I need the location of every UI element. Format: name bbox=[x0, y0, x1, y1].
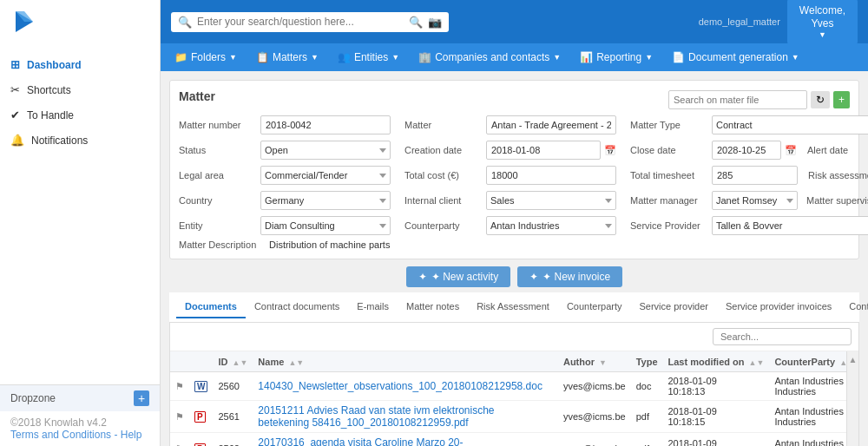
entities-icon: 👥 bbox=[338, 51, 351, 63]
col-type-header[interactable]: Type bbox=[631, 351, 663, 372]
nav-reporting[interactable]: 📊 Reporting ▼ bbox=[571, 48, 661, 67]
new-invoice-button[interactable]: ✦ ✦ New invoice bbox=[517, 266, 622, 287]
search-submit-icon[interactable]: 🔍 bbox=[409, 16, 423, 29]
tab-risk-assessment[interactable]: Risk Assessment bbox=[468, 296, 558, 318]
internal-client-row: Internal client Sales bbox=[404, 191, 616, 210]
sidebar-item-tohandle-label: To Handle bbox=[27, 109, 74, 121]
matter-description-value: Distribution of machine parts bbox=[269, 239, 390, 250]
legal-area-row: Legal area Commercial/Tender bbox=[179, 166, 391, 185]
welcome-text: Welcome, bbox=[799, 4, 845, 16]
pdf-icon: P bbox=[194, 411, 206, 423]
tab-documents[interactable]: Documents bbox=[176, 296, 246, 318]
tab-service-provider[interactable]: Service provider bbox=[631, 296, 717, 318]
tab-emails[interactable]: E-mails bbox=[348, 296, 398, 318]
col-counterparty-header[interactable]: CounterParty ▲▼ bbox=[769, 351, 846, 372]
matter-type-label: Matter Type bbox=[630, 120, 708, 130]
row-name[interactable]: 20170316_agenda visita Caroline Marzo 20… bbox=[253, 433, 548, 447]
col-name-header[interactable]: Name ▲▼ bbox=[253, 351, 548, 372]
dropzone-section: Dropzone + bbox=[0, 384, 160, 411]
matter-search-input[interactable] bbox=[668, 90, 807, 109]
search-bar[interactable]: 🔍 🔍 📷 bbox=[171, 12, 449, 32]
content-area: Matter ↻ + Matter number Matter bbox=[161, 71, 868, 446]
row-type: doc bbox=[631, 372, 663, 401]
sidebar-item-shortcuts[interactable]: ✂ Shortcuts bbox=[0, 77, 160, 102]
sidebar-item-dashboard[interactable]: ⊞ Dashboard bbox=[0, 52, 160, 77]
creation-date-input[interactable] bbox=[486, 141, 601, 160]
matter-number-input[interactable] bbox=[260, 115, 391, 134]
col-author-header[interactable]: Author ▼ bbox=[558, 351, 631, 372]
col-id-header[interactable]: ID ▲▼ bbox=[213, 351, 253, 372]
internal-client-select[interactable]: Sales bbox=[486, 191, 616, 210]
creation-date-calendar-icon[interactable]: 📅 bbox=[604, 145, 616, 156]
nav-folders[interactable]: 📁 Folders ▼ bbox=[166, 48, 246, 67]
row-name[interactable]: 20151211 Advies Raad van state ivm elekt… bbox=[253, 401, 548, 433]
new-activity-icon: ✦ bbox=[418, 271, 427, 283]
country-select[interactable]: Germany bbox=[260, 191, 391, 210]
counterparty-select[interactable]: Antan Industries bbox=[486, 216, 616, 235]
col-modified-header[interactable]: Last modified on ▲▼ bbox=[663, 351, 770, 372]
scroll-indicator: ▲ bbox=[846, 351, 858, 446]
row-blank bbox=[548, 433, 558, 447]
row-counterparty: Antan IndustriesIndustries bbox=[769, 372, 846, 401]
matter-search-refresh-btn[interactable]: ↻ bbox=[811, 91, 830, 108]
matter-card: Matter ↻ + Matter number Matter bbox=[169, 80, 859, 259]
new-activity-button[interactable]: ✦ ✦ New activity bbox=[406, 266, 510, 287]
tab-counterparty[interactable]: Counterparty bbox=[558, 296, 631, 318]
matter-manager-select[interactable]: Janet Romsey bbox=[712, 191, 798, 210]
alert-date-label: Alert date bbox=[807, 145, 868, 155]
folders-chevron-icon: ▼ bbox=[229, 53, 237, 62]
tab-contract[interactable]: Contract bbox=[840, 296, 868, 318]
tab-matter-notes[interactable]: Matter notes bbox=[398, 296, 468, 318]
topbar-right: demo_legal_matter Welcome, Yves ▼ bbox=[699, 0, 858, 44]
user-name: Yves bbox=[811, 17, 833, 30]
nav-docgen[interactable]: 📄 Document generation ▼ bbox=[663, 48, 808, 67]
search-input[interactable] bbox=[197, 16, 404, 28]
search-icon: 🔍 bbox=[178, 16, 192, 29]
row-counterparty: Antan IndustriesIndustries bbox=[769, 401, 846, 433]
matter-supervisor-label: Matter supervisor bbox=[806, 195, 868, 206]
total-timesheet-input[interactable] bbox=[712, 166, 798, 185]
row-flag: ⚑ bbox=[170, 401, 189, 433]
total-timesheet-row: Total timesheet Risk assessment Medium bbox=[630, 166, 868, 185]
nav-matters[interactable]: 📋 Matters ▼ bbox=[247, 48, 327, 67]
legal-area-select[interactable]: Commercial/Tender bbox=[260, 166, 391, 185]
entity-row: Entity Diam Consulting bbox=[179, 216, 391, 235]
matter-number-label: Matter number bbox=[179, 120, 257, 130]
table-row: ⚑ P 2562 20170316_agenda visita Caroline… bbox=[170, 433, 846, 447]
row-doc-icon: W bbox=[189, 372, 213, 401]
row-name[interactable]: 140430_Newsletter_observations_100_20180… bbox=[253, 372, 548, 401]
sidebar: ⊞ Dashboard ✂ Shortcuts ✔ To Handle 🔔 No… bbox=[0, 0, 161, 446]
entity-select[interactable]: Diam Consulting bbox=[260, 216, 391, 235]
row-blank bbox=[548, 372, 558, 401]
nav-entities[interactable]: 👥 Entities ▼ bbox=[329, 48, 408, 67]
copyright: ©2018 Knowlah v4.2 Terms and Conditions … bbox=[0, 411, 160, 446]
matter-search-add-btn[interactable]: + bbox=[833, 91, 850, 108]
service-provider-select[interactable]: Tallen & Bovver bbox=[712, 216, 868, 235]
sidebar-item-notifications[interactable]: 🔔 Notifications bbox=[0, 128, 160, 153]
matter-description-row: Matter Description Distribution of machi… bbox=[179, 239, 850, 250]
search-camera-icon[interactable]: 📷 bbox=[428, 16, 442, 29]
table-header-row: ID ▲▼ Name ▲▼ Author ▼ Type Last modifie… bbox=[170, 351, 846, 372]
total-cost-input[interactable] bbox=[486, 166, 616, 185]
status-select[interactable]: Open bbox=[260, 141, 391, 160]
welcome-box[interactable]: Welcome, Yves ▼ bbox=[787, 0, 858, 44]
matter-name-input[interactable] bbox=[486, 115, 616, 134]
row-flag: ⚑ bbox=[170, 433, 189, 447]
row-author: yves@icms.be bbox=[558, 433, 631, 447]
row-id: 2560 bbox=[213, 372, 253, 401]
tab-contract-docs[interactable]: Contract documents bbox=[246, 296, 348, 318]
dropzone-add-button[interactable]: + bbox=[134, 390, 149, 406]
close-date-calendar-icon[interactable]: 📅 bbox=[785, 145, 797, 156]
doc-search-input[interactable] bbox=[713, 328, 852, 345]
nav-menu: 📁 Folders ▼ 📋 Matters ▼ 👥 Entities ▼ 🏢 C… bbox=[161, 43, 868, 71]
sidebar-item-tohandle[interactable]: ✔ To Handle bbox=[0, 102, 160, 128]
row-blank bbox=[548, 401, 558, 433]
col-icon-header bbox=[189, 351, 213, 372]
internal-client-label: Internal client bbox=[404, 195, 483, 206]
matter-type-select[interactable]: Contract bbox=[712, 115, 868, 134]
nav-companies[interactable]: 🏢 Companies and contacts ▼ bbox=[410, 48, 569, 67]
folders-icon: 📁 bbox=[174, 51, 187, 63]
col-flag-header bbox=[170, 351, 189, 372]
close-date-input[interactable] bbox=[712, 141, 781, 160]
tab-service-provider-invoices[interactable]: Service provider invoices bbox=[717, 296, 840, 318]
